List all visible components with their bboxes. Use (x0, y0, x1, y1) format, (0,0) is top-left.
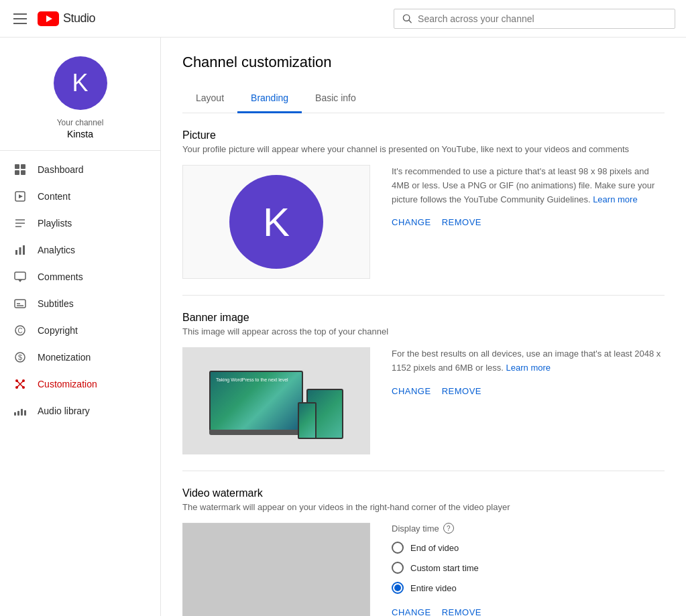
picture-remove-button[interactable]: REMOVE (442, 214, 481, 230)
radio-end-of-video[interactable]: End of video (392, 542, 665, 554)
svg-rect-14 (19, 247, 21, 255)
logo: Studio (38, 11, 95, 26)
banner-info-text: For the best results on all devices, use… (392, 347, 665, 375)
watermark-remove-button[interactable]: REMOVE (442, 605, 481, 616)
watermark-desc: The watermark will appear on your videos… (182, 502, 665, 512)
monetization-icon: $ (13, 351, 27, 364)
channel-name: Kinsta (67, 129, 93, 139)
tab-layout[interactable]: Layout (182, 84, 237, 113)
svg-rect-5 (21, 164, 25, 169)
banner-devices (209, 357, 343, 444)
tab-branding[interactable]: Branding (237, 84, 302, 113)
watermark-title: Video watermark (182, 487, 665, 499)
svg-rect-33 (14, 412, 16, 416)
svg-rect-7 (21, 170, 25, 175)
picture-learn-more[interactable]: Learn more (593, 194, 637, 204)
svg-rect-34 (24, 410, 26, 416)
playlists-icon (13, 217, 27, 230)
sidebar-item-monetization-label: Monetization (38, 352, 91, 363)
banner-info: For the best results on all devices, use… (392, 347, 665, 399)
search-bar[interactable] (394, 9, 675, 29)
sidebar-item-playlists[interactable]: Playlists (0, 210, 160, 237)
avatar-preview: K (229, 175, 323, 269)
main-content: Channel customization Layout Branding Ba… (161, 38, 686, 616)
sidebar-item-monetization[interactable]: $ Monetization (0, 344, 160, 371)
search-input[interactable] (418, 13, 667, 24)
sidebar-item-analytics[interactable]: Analytics (0, 237, 160, 263)
svg-text:C: C (17, 327, 22, 334)
radio-custom-start[interactable]: Custom start time (392, 562, 665, 574)
picture-preview: K (182, 165, 370, 279)
radio-entire-circle (392, 582, 404, 594)
sidebar-item-subtitles-label: Subtitles (38, 298, 74, 309)
banner-learn-more[interactable]: Learn more (506, 363, 551, 373)
svg-marker-17 (18, 280, 22, 282)
sidebar-item-comments-label: Comments (38, 271, 83, 282)
sidebar-item-audio-library[interactable]: Audio library (0, 397, 160, 424)
svg-marker-9 (19, 194, 23, 198)
sidebar-item-customization[interactable]: Customization (0, 371, 160, 397)
sidebar: K Your channel Kinsta Dashboard Content … (0, 38, 161, 616)
svg-rect-4 (15, 164, 19, 169)
svg-text:$: $ (18, 353, 22, 361)
radio-custom-circle (392, 562, 404, 574)
picture-desc: Your profile picture will appear where y… (182, 144, 665, 154)
banner-change-button[interactable]: CHANGE (392, 383, 431, 399)
sidebar-item-copyright[interactable]: C Copyright (0, 317, 160, 344)
avatar: K (54, 56, 107, 110)
analytics-icon (13, 243, 27, 257)
svg-rect-32 (21, 409, 23, 416)
youtube-icon (38, 11, 59, 26)
sidebar-item-dashboard[interactable]: Dashboard (0, 156, 160, 183)
search-icon (402, 13, 412, 24)
radio-entire-video[interactable]: Entire video (392, 582, 665, 594)
video-preview: ▶ ⏭ 🔊 ⚙ ▭ ⛶ (182, 523, 370, 616)
picture-info: It's recommended to use a picture that's… (392, 165, 665, 230)
banner-body: For the best results on all devices, use… (182, 347, 665, 454)
svg-rect-31 (17, 411, 19, 416)
sidebar-item-copyright-label: Copyright (38, 325, 78, 336)
watermark-section: Video watermark The watermark will appea… (182, 471, 665, 616)
display-time-section: Display time ? End of video Custom start… (392, 523, 665, 616)
svg-rect-15 (23, 245, 25, 255)
logo-text: Studio (63, 11, 95, 25)
help-icon[interactable]: ? (443, 523, 454, 534)
sidebar-item-dashboard-label: Dashboard (38, 164, 84, 175)
tab-basic-info[interactable]: Basic info (302, 84, 369, 113)
svg-rect-13 (15, 250, 17, 255)
device-phone (298, 402, 317, 439)
display-time-label: Display time ? (392, 523, 665, 534)
svg-rect-16 (15, 272, 25, 280)
banner-actions: CHANGE REMOVE (392, 383, 665, 399)
watermark-body: ▶ ⏭ 🔊 ⚙ ▭ ⛶ Display time ? (182, 523, 665, 616)
sidebar-item-audio-library-label: Audio library (38, 406, 90, 416)
sidebar-item-customization-label: Customization (38, 379, 97, 389)
sidebar-item-subtitles[interactable]: Subtitles (0, 290, 160, 317)
banner-title: Banner image (182, 312, 665, 324)
picture-change-button[interactable]: CHANGE (392, 214, 431, 230)
sidebar-item-analytics-label: Analytics (38, 245, 75, 255)
dashboard-icon (13, 163, 27, 176)
video-content (183, 523, 369, 616)
sidebar-item-playlists-label: Playlists (38, 218, 72, 229)
sidebar-item-comments[interactable]: Comments (0, 263, 160, 290)
picture-actions: CHANGE REMOVE (392, 214, 665, 230)
sidebar-item-content[interactable]: Content (0, 183, 160, 210)
content-icon (13, 190, 27, 203)
sidebar-item-content-label: Content (38, 191, 70, 202)
picture-title: Picture (182, 129, 665, 141)
picture-body: K It's recommended to use a picture that… (182, 165, 665, 279)
radio-custom-label: Custom start time (410, 563, 479, 573)
radio-entire-label: Entire video (410, 583, 457, 593)
banner-desc: This image will appear across the top of… (182, 326, 665, 336)
watermark-change-button[interactable]: CHANGE (392, 605, 431, 616)
watermark-actions: CHANGE REMOVE (392, 605, 665, 616)
svg-rect-6 (15, 170, 19, 175)
laptop-screen (209, 371, 303, 430)
hamburger-menu[interactable] (11, 11, 30, 27)
channel-label: Your channel (57, 118, 104, 127)
subtitles-icon (13, 297, 27, 310)
radio-end-label: End of video (410, 543, 459, 553)
banner-remove-button[interactable]: REMOVE (442, 383, 481, 399)
customization-icon (13, 377, 27, 391)
